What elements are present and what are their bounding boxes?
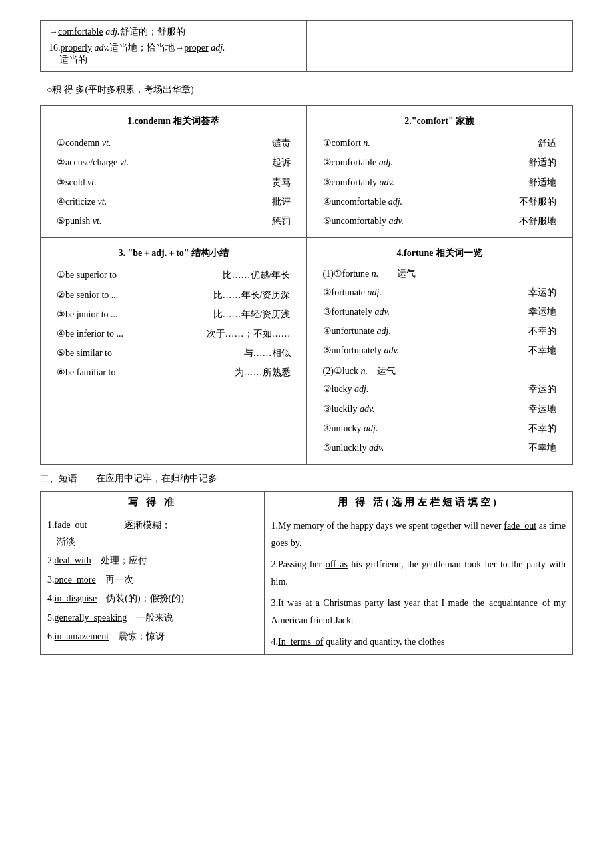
entry-be-1: ①be superior to比……优越/年长 (50, 265, 297, 285)
page: →comfortable adj.舒适的；舒服的 16.properly adv… (0, 0, 613, 868)
phrase-left-col: 1.fade_out 逐渐模糊； 渐淡 2.deal_with 处理；应付 3.… (41, 513, 265, 655)
top-entry-1: →comfortable adj.舒适的；舒服的 (49, 26, 299, 38)
phrase-entry-1: 1.fade_out 逐渐模糊； 渐淡 (47, 517, 257, 550)
entry-be-3: ③be junior to ...比……年轻/资历浅 (50, 305, 297, 324)
entry-comfort-4: ④uncomfortable adj.不舒服的 (316, 192, 564, 211)
entry-luck-3: ③luckily adv.幸运地 (316, 399, 564, 419)
fortune-sub1-header: (1)①fortune n. 运气 (316, 265, 564, 282)
top-table-right (306, 21, 573, 72)
phrase-table: 写 得 准 用 得 活(选用左栏短语填空) 1.fade_out 逐渐模糊； 渐… (40, 491, 573, 655)
phrase-entry-4: 4.in_disguise 伪装(的)；假扮(的) (47, 591, 257, 607)
entry-luck-2: ②lucky adj.幸运的 (316, 379, 564, 399)
section-title-phrases: 二、短语——在应用中记牢，在归纳中记多 (40, 473, 573, 485)
word-table-cell-1-1: 1.condemn 相关词荟萃 ①condemn vt.谴责 ②accuse/c… (41, 106, 307, 238)
phrase-right-entry-1: 1.My memory of the happy days we spent t… (271, 517, 566, 552)
entry-fortune-3: ③fortunately adv.幸运地 (316, 302, 564, 321)
phrase-entry-5: 5.generally_speaking 一般来说 (47, 610, 257, 627)
entry-comfort-5: ⑤uncomfortably adv.不舒服地 (316, 211, 564, 231)
phrase-entry-2: 2.deal_with 处理；应付 (47, 553, 257, 569)
entry-comfort-2: ②comfortable adj.舒适的 (316, 153, 564, 172)
top-entry-3: 适当的 (59, 54, 299, 66)
phrase-entry-6: 6.in_amazement 震惊；惊讶 (47, 629, 257, 645)
word-table-cell-2-1: 3. "be＋adj.＋to" 结构小结 ①be superior to比……优… (41, 238, 307, 465)
entry-fortune-2: ②fortunate adj.幸运的 (316, 283, 564, 302)
cell-header-comfort: 2."comfort" 家族 (316, 113, 564, 133)
phrase-header-left: 写 得 准 (41, 492, 265, 513)
section-note: ○积 得 多(平时多积累，考场出华章) (47, 84, 573, 96)
entry-be-4: ④be inferior to ...次于……；不如…… (50, 324, 297, 343)
entry-comfort-1: ①comfort n.舒适 (316, 133, 564, 153)
entry-condemn-4: ④criticize vt.批评 (50, 192, 297, 211)
fortune-sub2-header: (2)①luck n. 运气 (316, 363, 564, 379)
entry-be-2: ②be senior to ...比……年长/资历深 (50, 285, 297, 305)
cell-header-condemn: 1.condemn 相关词荟萃 (50, 113, 297, 133)
phrase-header-right: 用 得 活(选用左栏短语填空) (264, 492, 572, 513)
cell-header-be-adj: 3. "be＋adj.＋to" 结构小结 (50, 245, 297, 265)
entry-be-5: ⑤be similar to与……相似 (50, 343, 297, 363)
cell-header-fortune: 4.fortune 相关词一览 (316, 245, 564, 265)
entry-fortune-5: ⑤unfortunately adv.不幸地 (316, 341, 564, 360)
word-table-cell-1-2: 2."comfort" 家族 ①comfort n.舒适 ②comfortabl… (306, 106, 573, 238)
entry-condemn-5: ⑤punish vt.惩罚 (50, 211, 297, 231)
entry-condemn-1: ①condemn vt.谴责 (50, 133, 297, 153)
entry-luck-4: ④unlucky adj.不幸的 (316, 419, 564, 438)
entry-condemn-2: ②accuse/charge vt.起诉 (50, 153, 297, 172)
phrase-right-entry-2: 2.Passing her off as his girlfriend, the… (271, 556, 566, 591)
word-table: 1.condemn 相关词荟萃 ①condemn vt.谴责 ②accuse/c… (40, 105, 573, 465)
top-table-left: →comfortable adj.舒适的；舒服的 16.properly adv… (41, 21, 307, 72)
phrase-right-entry-3: 3.It was at a Christmas party last year … (271, 595, 566, 629)
phrase-right-entry-4: 4.In_terms_of quality and quantity, the … (271, 633, 566, 651)
top-table: →comfortable adj.舒适的；舒服的 16.properly adv… (40, 20, 573, 72)
phrase-right-col: 1.My memory of the happy days we spent t… (264, 513, 572, 655)
entry-fortune-4: ④unfortunate adj.不幸的 (316, 321, 564, 341)
entry-luck-5: ⑤unluckily adv.不幸地 (316, 438, 564, 457)
word-table-cell-2-2: 4.fortune 相关词一览 (1)①fortune n. 运气 ②fortu… (306, 238, 573, 465)
entry-condemn-3: ③scold vt.责骂 (50, 173, 297, 192)
entry-be-6: ⑥be familiar to为……所熟悉 (50, 363, 297, 382)
phrase-entry-3: 3.once_more 再一次 (47, 572, 257, 589)
top-entry-2: 16.properly adv.适当地；恰当地→proper adj. (49, 42, 299, 54)
entry-comfort-3: ③comfortably adv.舒适地 (316, 173, 564, 192)
